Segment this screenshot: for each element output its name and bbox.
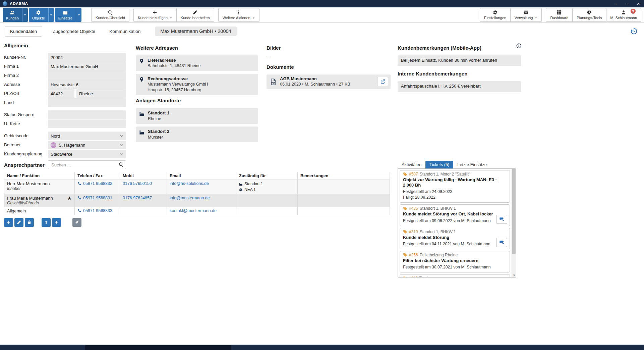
- einsaetze-button-label: Einsätze: [58, 16, 72, 20]
- einsaetze-dropdown-toggle[interactable]: [76, 8, 81, 22]
- contact-mobil-link[interactable]: 0176 97624857: [123, 196, 152, 200]
- dashboard-button[interactable]: Dashboard: [546, 8, 573, 22]
- firma2-field[interactable]: [48, 71, 126, 80]
- move-up-button[interactable]: [42, 218, 51, 227]
- contact-search-input[interactable]: [48, 160, 126, 169]
- col-telefon-fax: Telefon / Fax: [75, 172, 120, 180]
- firma1-field[interactable]: [48, 62, 126, 71]
- objekte-dropdown-toggle[interactable]: [48, 8, 54, 22]
- kunde-bearbeiten-button[interactable]: Kunde bearbeiten: [177, 8, 214, 22]
- standort-card-2[interactable]: Standort 2 Münster: [136, 127, 258, 142]
- form-row: Status Gesperrt: [4, 110, 126, 119]
- ticket-card[interactable]: #507 Standort 1, Motor 2 "Satellit" Obje…: [400, 170, 510, 203]
- verwaltung-button[interactable]: Verwaltung: [511, 8, 542, 22]
- contact-email-link[interactable]: info@hs-solutions.de: [170, 181, 209, 186]
- betreuer-select[interactable]: SH S. Hagemann: [48, 141, 126, 149]
- kunden-button-group: Kunden: [3, 8, 28, 22]
- einstellungen-button[interactable]: Einstellungen: [480, 8, 511, 22]
- land-field[interactable]: [48, 98, 126, 107]
- contact-telefon-link[interactable]: 05971 9568833: [83, 208, 112, 213]
- close-button[interactable]: ✕: [633, 0, 644, 7]
- send-message-button[interactable]: [72, 218, 81, 227]
- ticket-card[interactable]: #319 Standort 1, BHKW 1 Kunde meldet Stö…: [400, 228, 510, 249]
- contact-mobil-link[interactable]: 0176 57650150: [123, 181, 152, 186]
- table-row[interactable]: Herr Max Mustermann Inhaber 05971 956883…: [4, 180, 390, 194]
- table-row[interactable]: Allgemein 05971 9568833 kontakt@musterma…: [4, 207, 390, 215]
- ticket-chat-button[interactable]: [496, 238, 507, 247]
- plus-icon: [153, 10, 157, 15]
- horizontal-scrollbar[interactable]: [0, 345, 644, 350]
- ticket-card[interactable]: #256 Pelletheizung Rheine Filter bei näc…: [400, 251, 510, 272]
- kunden-button[interactable]: Kunden: [3, 8, 22, 22]
- address-line: Mustermann Verwaltungs GmbH: [148, 82, 208, 87]
- minimize-button[interactable]: –: [610, 0, 621, 7]
- tab-letzte-einsaetze[interactable]: Letzte Einsätze: [453, 161, 491, 168]
- open-document-button[interactable]: [377, 77, 388, 86]
- horizontal-scrollbar-thumb[interactable]: [85, 345, 231, 350]
- betreuer-avatar: SH: [51, 142, 56, 148]
- move-down-button[interactable]: [52, 218, 61, 227]
- contact-email-link[interactable]: info@mustermann.de: [170, 196, 210, 200]
- info-button[interactable]: [516, 43, 521, 48]
- form-row: Firma 1: [4, 62, 126, 71]
- close-icon: ✕: [637, 2, 640, 6]
- edit-contact-button[interactable]: [14, 218, 23, 227]
- standort-card-1[interactable]: Standort 1 Rheine: [136, 108, 258, 124]
- tab-kommunikation[interactable]: Kommunikation: [104, 27, 145, 36]
- tab-zugeordnete-objekte[interactable]: Zugeordnete Objekte: [48, 27, 100, 36]
- map-pin-icon: [139, 77, 144, 82]
- delete-contact-button[interactable]: [25, 218, 34, 227]
- kunde-hinzufuegen-button[interactable]: Kunde hinzufügen: [133, 8, 177, 22]
- objekte-button[interactable]: Objekte: [29, 8, 48, 22]
- contact-email-link[interactable]: kontakt@mustermann.de: [170, 208, 217, 213]
- table-row[interactable]: Frau Maria Mustermann Geschäftsführerin …: [4, 194, 390, 207]
- contact-telefon-link[interactable]: 05971 9568831: [83, 196, 112, 200]
- tickets-scrollbar[interactable]: ▼: [512, 169, 516, 277]
- einsaetze-button[interactable]: Einsätze: [55, 8, 76, 22]
- kunden-nr-field[interactable]: [48, 53, 126, 62]
- adresse-field[interactable]: [48, 80, 126, 89]
- ticket-card[interactable]: #115 Tor 1 Software der Steuerung muss a…: [400, 274, 510, 277]
- scrollbar-down-arrow[interactable]: ▼: [513, 274, 516, 277]
- document-card: AGB Mustermann 06.01.2020 • M. Schlautma…: [267, 74, 391, 89]
- ticket-title: Kunde meldet Störung: [403, 235, 507, 240]
- contact-telefon-link[interactable]: 05971 9568832: [83, 181, 112, 186]
- user-menu-button[interactable]: 9 M. Schlautmann: [606, 8, 641, 22]
- ticket-context: Pelletheizung Rheine: [420, 253, 458, 257]
- scrollbar-thumb[interactable]: [512, 169, 516, 254]
- mobile-bemerkungen-text[interactable]: Bei jedem Einsatz, Kunden 30 min vorher …: [398, 55, 521, 66]
- kunden-dropdown-toggle[interactable]: [22, 8, 28, 22]
- kunden-uebersicht-button[interactable]: Kunden-Übersicht: [91, 8, 129, 22]
- einstellungen-label: Einstellungen: [484, 16, 506, 20]
- form-row: Betreuer SH S. Hagemann: [4, 141, 126, 149]
- interne-bemerkungen-text[interactable]: Anfahrtspauschale i.H.v. 250 € vereinbar…: [398, 81, 521, 92]
- standort-ort: Rheine: [148, 116, 169, 122]
- status-gesperrt-field[interactable]: [48, 110, 126, 119]
- tab-kundendaten[interactable]: Kundendaten: [5, 26, 42, 37]
- gebietscode-select[interactable]: Nord: [48, 132, 126, 140]
- history-button[interactable]: [629, 26, 639, 37]
- add-contact-button[interactable]: [4, 218, 13, 227]
- factory-icon: [239, 182, 243, 186]
- favorite-star-icon[interactable]: ★: [67, 196, 72, 201]
- ticket-context: Standort 1, Motor 2 "Satellit": [420, 172, 470, 177]
- betreuer-label: Betreuer: [4, 141, 48, 149]
- tab-aktivitaeten[interactable]: Aktivitäten: [398, 161, 425, 168]
- plz-field[interactable]: [48, 89, 74, 98]
- contact-search-button[interactable]: [119, 162, 124, 167]
- tag-icon: [403, 253, 407, 257]
- u-kette-field[interactable]: [48, 119, 126, 128]
- planungs-tools-button[interactable]: Planungs-Tools: [573, 8, 606, 22]
- grid-icon: [557, 10, 562, 15]
- maximize-button[interactable]: □: [621, 0, 633, 7]
- kundengruppierung-select[interactable]: Stadtwerke: [48, 150, 126, 158]
- weitere-aktionen-button[interactable]: Weitere Aktionen: [218, 8, 259, 22]
- ticket-card[interactable]: #435 Standort 1, BHKW 1 Kunde meldet Stö…: [400, 204, 510, 226]
- col-name-funktion: Name / Funktion: [4, 172, 75, 180]
- ticket-title: Objekt zur Wartung fällig - Wartung MAN:…: [403, 177, 507, 188]
- ort-field[interactable]: [76, 89, 126, 98]
- adressen-heading: Weitere Adressen: [136, 45, 258, 51]
- phone-icon: [77, 182, 81, 186]
- tab-tickets[interactable]: Tickets (5): [425, 161, 453, 168]
- ticket-chat-button[interactable]: [496, 215, 507, 224]
